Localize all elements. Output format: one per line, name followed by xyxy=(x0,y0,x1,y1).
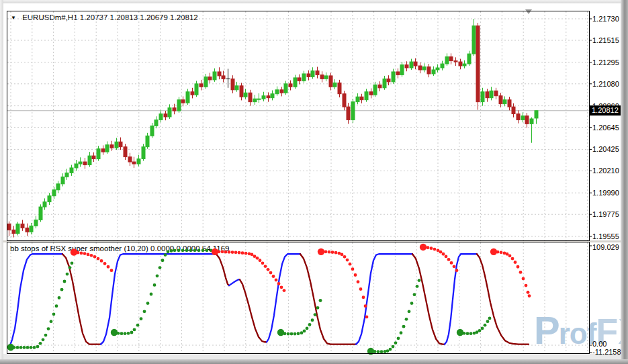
price-axis-label: 1.20425 xyxy=(592,145,619,153)
indicator-title: bb stops of RSX super smoother (10,20) 0… xyxy=(10,244,230,253)
window-edge-right[interactable] xyxy=(621,0,628,364)
panel-splitter[interactable] xyxy=(3,240,621,242)
window-edge-bottom[interactable] xyxy=(0,359,628,364)
indicator-panel[interactable] xyxy=(7,242,589,353)
window-edge-left xyxy=(0,0,3,364)
current-price-badge: 1.20812 xyxy=(589,105,624,116)
window-edge-top xyxy=(0,0,628,3)
indicator-axis-label-zero: 0.00 xyxy=(592,340,607,348)
price-axis-label: 1.21730 xyxy=(592,15,619,23)
ohlc-low: 1.20679 xyxy=(140,13,168,21)
price-axis-label: 1.19990 xyxy=(592,189,619,197)
indicator-name: bb stops of RSX super smoother xyxy=(10,244,122,253)
indicator-axis-label-min: -11.2158 xyxy=(592,348,621,356)
indicator-values: 0.0000 0.0000 54.1169 xyxy=(150,244,229,253)
main-chart-panel[interactable] xyxy=(7,11,589,240)
chart-title: ▼ EURUSDm#,H1 1.20737 1.20813 1.20679 1.… xyxy=(11,13,198,21)
price-axis-label: 1.21080 xyxy=(592,80,619,88)
price-axis-label: 1.21515 xyxy=(592,36,619,44)
price-axis-label: 1.19555 xyxy=(592,232,619,240)
price-axis-label: 1.20645 xyxy=(592,124,619,132)
price-axis-label: 1.19775 xyxy=(592,210,619,218)
indicator-params: (10,20) xyxy=(124,244,148,253)
indicator-axis-label-max: 109.029 xyxy=(592,243,619,251)
ohlc-open: 1.20737 xyxy=(80,13,108,21)
chart-menu-triangle-icon[interactable]: ▼ xyxy=(11,15,16,21)
symbol-timeframe: EURUSDm#,H1 xyxy=(22,13,77,21)
ohlc-high: 1.20813 xyxy=(110,13,138,21)
price-axis-label: 1.21295 xyxy=(592,58,619,66)
price-axis-label: 1.20210 xyxy=(592,167,619,175)
ohlc-close: 1.20812 xyxy=(170,13,198,21)
price-axis[interactable]: 1.217301.215151.212951.210801.208601.206… xyxy=(589,0,621,364)
window-frame: ▼ EURUSDm#,H1 1.20737 1.20813 1.20679 1.… xyxy=(0,0,628,364)
